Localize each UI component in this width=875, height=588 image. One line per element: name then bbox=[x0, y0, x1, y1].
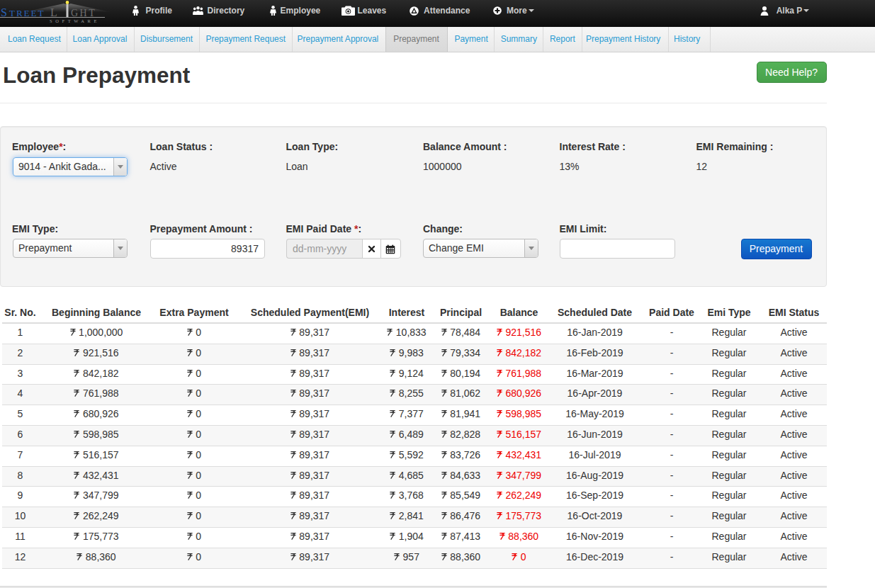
svg-text:S: S bbox=[1, 6, 7, 18]
svg-text:GHT: GHT bbox=[71, 8, 96, 18]
svg-text:SOFTWARE: SOFTWARE bbox=[50, 18, 100, 23]
svg-text:TREET: TREET bbox=[9, 8, 45, 18]
svg-text:L: L bbox=[50, 6, 57, 18]
